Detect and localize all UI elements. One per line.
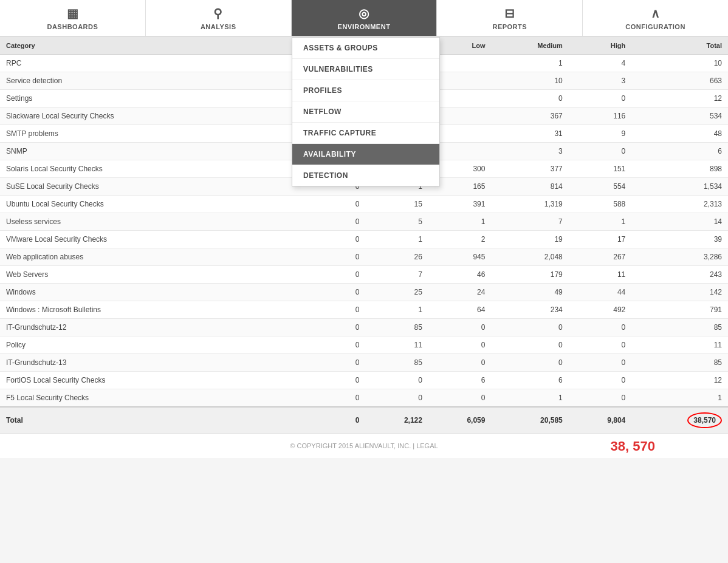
row-info: 15 (365, 196, 428, 213)
row-low: 2 (428, 231, 491, 248)
dropdown-vulnerabilities[interactable]: VULNERABILITIES (292, 59, 439, 80)
nav-dashboards[interactable]: ▦ DASHBOARDS (0, 0, 146, 36)
footer-low: 6,059 (428, 407, 491, 433)
row-fp: 0 (248, 231, 365, 248)
row-name: Web application abuses (0, 248, 248, 266)
analysis-icon: ⚲ (213, 6, 223, 21)
row-fp: 0 (248, 336, 365, 354)
row-medium: 0 (491, 319, 568, 336)
table-row: IT-Grundschutz-13 0 85 0 0 0 85 (0, 354, 728, 372)
row-medium: 10 (491, 72, 568, 90)
row-name: Slackware Local Security Checks (0, 107, 248, 125)
nav-analysis[interactable]: ⚲ ANALYSIS (146, 0, 292, 36)
row-low: 46 (428, 266, 491, 284)
footer-info: 2,122 (365, 407, 428, 433)
row-name: Solaris Local Security Checks (0, 160, 248, 178)
col-high: High (569, 37, 631, 55)
table-row: Ubuntu Local Security Checks 0 15 391 1,… (0, 196, 728, 213)
row-fp: 0 (248, 213, 365, 231)
nav-reports-label: REPORTS (492, 23, 527, 30)
row-fp: 0 (248, 354, 365, 372)
row-medium: 1,319 (491, 196, 568, 213)
row-total: 3,286 (631, 248, 728, 266)
page-footer: © COPYRIGHT 2015 ALIENVAULT, INC. | LEGA… (0, 433, 728, 458)
row-low: 0 (428, 319, 491, 336)
row-info: 26 (365, 248, 428, 266)
environment-icon: ◎ (359, 6, 369, 21)
row-medium: 0 (491, 90, 568, 107)
dropdown-assets-groups[interactable]: ASSETS & GROUPS (292, 38, 439, 59)
row-high: 9 (569, 125, 631, 143)
dropdown-detection[interactable]: DETECTION (292, 165, 439, 186)
dropdown-availability[interactable]: AVAILABILITY (292, 144, 439, 165)
row-high: 116 (569, 107, 631, 125)
row-total: 12 (631, 372, 728, 389)
table-row: Windows 0 25 24 49 44 142 (0, 284, 728, 301)
row-fp: 0 (248, 248, 365, 266)
row-high: 1 (569, 213, 631, 231)
row-name: Windows (0, 284, 248, 301)
row-name: IT-Grundschutz-12 (0, 319, 248, 336)
nav-configuration-label: CONFIGURATION (625, 23, 685, 30)
copyright-text: © COPYRIGHT 2015 ALIENVAULT, INC. | LEGA… (290, 442, 438, 449)
dropdown-profiles[interactable]: PROFILES (292, 80, 439, 101)
col-medium: Medium (491, 37, 568, 55)
nav-configuration[interactable]: ∧ CONFIGURATION (583, 0, 728, 36)
table-row: F5 Local Security Checks 0 0 0 1 0 1 (0, 389, 728, 408)
footer-total-display: 38, 570 (611, 438, 655, 454)
nav-environment-label: ENVIRONMENT (338, 23, 391, 30)
dropdown-netflow[interactable]: NETFLOW (292, 101, 439, 123)
row-name: Web Servers (0, 266, 248, 284)
footer-fp: 0 (248, 407, 365, 433)
row-info: 85 (365, 354, 428, 372)
row-name: Ubuntu Local Security Checks (0, 196, 248, 213)
table-row: FortiOS Local Security Checks 0 0 6 6 0 … (0, 372, 728, 389)
row-medium: 234 (491, 301, 568, 319)
row-fp: 0 (248, 266, 365, 284)
dropdown-traffic-capture[interactable]: TRAFFIC CAPTURE (292, 123, 439, 144)
row-high: 4 (569, 55, 631, 72)
row-total: 142 (631, 284, 728, 301)
row-medium: 19 (491, 231, 568, 248)
row-fp: 0 (248, 319, 365, 336)
row-total: 2,313 (631, 196, 728, 213)
row-high: 151 (569, 160, 631, 178)
row-medium: 0 (491, 336, 568, 354)
row-total: 11 (631, 336, 728, 354)
row-total: 1 (631, 389, 728, 408)
row-total: 534 (631, 107, 728, 125)
row-total: 663 (631, 72, 728, 90)
row-total: 791 (631, 301, 728, 319)
row-low: 6 (428, 372, 491, 389)
row-info: 1 (365, 301, 428, 319)
row-name: Useless services (0, 213, 248, 231)
row-name: FortiOS Local Security Checks (0, 372, 248, 389)
row-low: 24 (428, 284, 491, 301)
row-total: 85 (631, 319, 728, 336)
row-medium: 0 (491, 354, 568, 372)
row-medium: 6 (491, 372, 568, 389)
row-total: 85 (631, 354, 728, 372)
row-medium: 49 (491, 284, 568, 301)
nav-environment[interactable]: ◎ ENVIRONMENT (292, 0, 438, 36)
row-total: 39 (631, 231, 728, 248)
row-fp: 0 (248, 301, 365, 319)
row-medium: 1 (491, 389, 568, 408)
row-high: 0 (569, 319, 631, 336)
row-fp: 0 (248, 196, 365, 213)
row-total: 12 (631, 90, 728, 107)
row-high: 0 (569, 143, 631, 160)
row-high: 0 (569, 372, 631, 389)
row-high: 267 (569, 248, 631, 266)
row-high: 588 (569, 196, 631, 213)
row-high: 44 (569, 284, 631, 301)
row-high: 0 (569, 336, 631, 354)
row-medium: 367 (491, 107, 568, 125)
row-low: 945 (428, 248, 491, 266)
nav-reports[interactable]: ⊟ REPORTS (437, 0, 583, 36)
row-medium: 377 (491, 160, 568, 178)
row-medium: 2,048 (491, 248, 568, 266)
row-name: SNMP (0, 143, 248, 160)
row-total: 6 (631, 143, 728, 160)
nav-analysis-label: ANALYSIS (201, 23, 236, 30)
